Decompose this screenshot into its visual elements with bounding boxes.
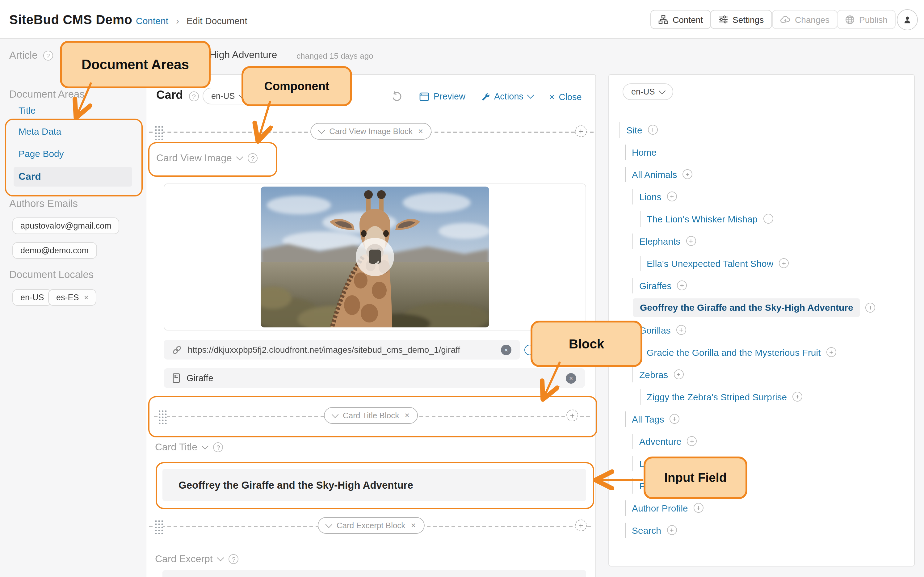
sitemap-icon: [658, 15, 668, 24]
content-button[interactable]: Content: [650, 10, 711, 29]
tree-item-all-tags[interactable]: All Tags+: [609, 408, 914, 430]
remove-locale-icon[interactable]: ×: [84, 293, 89, 302]
clear-url-icon[interactable]: ×: [501, 345, 512, 355]
close-button[interactable]: × Close: [549, 92, 582, 102]
chevron-down-icon: [325, 521, 332, 528]
changes-button[interactable]: Changes: [772, 10, 837, 29]
tree-item-gracie-gorilla[interactable]: Gracie the Gorilla and the Mysterious Fr…: [609, 341, 914, 363]
tree-item-gorillas[interactable]: Gorillas+: [609, 319, 914, 341]
add-child-icon[interactable]: +: [866, 303, 876, 313]
image-name-input[interactable]: Giraffe ×: [164, 368, 585, 388]
sidebar-item-meta-data[interactable]: Meta Data: [19, 126, 61, 137]
browser-window-icon: [419, 92, 429, 101]
add-child-icon[interactable]: +: [674, 369, 683, 379]
add-child-icon[interactable]: +: [694, 503, 703, 513]
chevron-down-icon: [318, 127, 325, 134]
add-child-icon[interactable]: +: [763, 214, 773, 224]
tree-item-geoffrey-selected[interactable]: Geoffrey the Giraffe and the Sky-High Ad…: [609, 297, 914, 319]
help-icon[interactable]: ?: [189, 92, 199, 101]
tree-item-giraffes[interactable]: Giraffes+: [609, 274, 914, 297]
card-excerpt-input[interactable]: [163, 570, 586, 577]
tree-item-site[interactable]: Site+: [609, 119, 914, 141]
sidebar-item-title[interactable]: Title: [19, 105, 36, 116]
add-child-icon[interactable]: +: [792, 392, 802, 401]
add-block-icon[interactable]: +: [567, 409, 578, 421]
tree-indent-line: [625, 144, 626, 160]
editor-panel: Card ? en-US Preview Actions × Close Car…: [146, 74, 596, 577]
add-child-icon[interactable]: +: [667, 525, 677, 535]
tree-indent-line: [633, 456, 633, 471]
block-pill-card-excerpt[interactable]: Card Excerpt Block ×: [317, 517, 424, 534]
add-block-icon[interactable]: +: [575, 126, 587, 137]
tree-indent-line: [633, 478, 633, 493]
tree-item-author-profile[interactable]: Author Profile+: [609, 497, 914, 519]
giraffe-photo[interactable]: [261, 187, 489, 327]
add-child-icon[interactable]: +: [648, 125, 658, 135]
tree-item-all-animals[interactable]: All Animals+: [609, 163, 914, 185]
drag-handle[interactable]: [154, 125, 163, 140]
sidebar-item-card-selected[interactable]: Card: [14, 167, 132, 187]
tree-indent-line: [633, 278, 633, 293]
remove-block-icon[interactable]: ×: [411, 521, 416, 530]
help-icon[interactable]: ?: [248, 153, 258, 163]
help-icon[interactable]: ?: [213, 442, 223, 452]
tree-item-search[interactable]: Search+: [609, 519, 914, 541]
tree-item-zebras[interactable]: Zebras+: [609, 363, 914, 385]
add-child-icon[interactable]: +: [779, 258, 789, 268]
preview-button[interactable]: Preview: [419, 92, 465, 101]
chevron-down-icon: [332, 411, 338, 418]
tree-locale-select[interactable]: en-US: [623, 84, 674, 100]
tree-item-ziggy-zebra[interactable]: Ziggy the Zebra's Striped Surprise+: [609, 385, 914, 408]
locale-chip-es-es[interactable]: es-ES ×: [48, 289, 97, 306]
settings-button[interactable]: Settings: [710, 10, 772, 29]
locale-chip-en-us[interactable]: en-US: [12, 289, 52, 306]
drag-handle[interactable]: [154, 519, 163, 534]
drag-handle[interactable]: [158, 409, 167, 424]
tree-item-elephants[interactable]: Elephants+: [609, 230, 914, 252]
block-pill-card-view-image[interactable]: Card View Image Block ×: [310, 123, 432, 140]
actions-button[interactable]: Actions: [481, 92, 533, 101]
block-pill-card-title[interactable]: Card Title Block ×: [324, 407, 418, 424]
tree-item-ellas-talent-show[interactable]: Ella's Unexpected Talent Show+: [609, 252, 914, 274]
card-title-input[interactable]: Geoffrey the Giraffe and the Sky-High Ad…: [163, 469, 586, 501]
refresh-icon[interactable]: [391, 91, 403, 103]
remove-block-icon[interactable]: ×: [404, 411, 409, 420]
publish-button[interactable]: Publish: [837, 10, 896, 29]
help-icon[interactable]: ?: [43, 50, 53, 60]
authors-emails-heading: Authors Emails: [9, 198, 78, 210]
person-icon: [902, 15, 912, 25]
add-child-icon[interactable]: +: [683, 169, 693, 179]
author-email-chip[interactable]: demo@demo.com: [12, 242, 97, 259]
tree-item-lions-whisker-mishap[interactable]: The Lion's Whisker Mishap+: [609, 208, 914, 230]
image-preview-frame: [164, 184, 586, 330]
add-child-icon[interactable]: +: [687, 436, 697, 446]
add-child-icon[interactable]: +: [677, 280, 687, 290]
callout-document-areas: Document Areas: [60, 41, 211, 88]
add-child-icon[interactable]: +: [667, 192, 677, 201]
clear-name-icon[interactable]: ×: [566, 373, 576, 383]
breadcrumb-content-link[interactable]: Content: [136, 15, 168, 26]
sidebar-item-page-body[interactable]: Page Body: [19, 148, 64, 159]
add-child-icon[interactable]: +: [686, 236, 696, 246]
cloud-upload-icon: [780, 15, 790, 24]
add-block-icon[interactable]: +: [575, 519, 587, 531]
add-child-icon[interactable]: +: [676, 325, 686, 335]
tree-item-adventure[interactable]: Adventure+: [609, 430, 914, 452]
callout-input-field: Input Field: [644, 456, 747, 499]
remove-block-icon[interactable]: ×: [418, 127, 423, 136]
component-card-view-image[interactable]: Card View Image ?: [156, 153, 258, 164]
tree-indent-line: [620, 122, 620, 137]
tree-item-lions[interactable]: Lions+: [609, 185, 914, 208]
user-avatar[interactable]: [897, 9, 918, 30]
add-child-icon[interactable]: +: [670, 414, 680, 424]
image-url-input[interactable]: https://dkjuxxpbp5fj2.cloudfront.net/ima…: [164, 340, 520, 359]
article-section-label: Article ?: [9, 50, 53, 61]
add-child-icon[interactable]: +: [826, 347, 836, 357]
author-email-chip[interactable]: apustovalov@gmail.com: [12, 218, 119, 234]
component-card-excerpt[interactable]: Card Excerpt ?: [155, 553, 239, 565]
help-icon[interactable]: ?: [229, 554, 239, 564]
tree-indent-line: [625, 500, 626, 516]
component-card-title[interactable]: Card Title ?: [155, 442, 223, 453]
tree-item-home[interactable]: Home: [609, 141, 914, 163]
breadcrumb-current: Edit Document: [187, 15, 247, 26]
